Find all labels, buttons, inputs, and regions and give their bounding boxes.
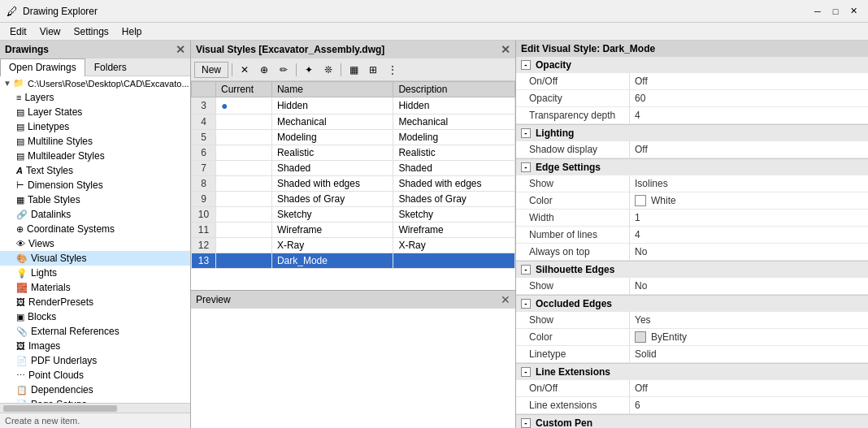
tree-item-multiline-styles[interactable]: ▤ Multiline Styles [0,134,190,149]
tree-item-page-setups[interactable]: 📄 Page Setups [0,397,190,403]
tree-item-images[interactable]: 🖼 Images [0,339,190,353]
table-row[interactable]: 3●HiddenHidden [192,97,515,115]
tree-item-lights[interactable]: 💡 Lights [0,266,190,280]
tree-item-table-styles[interactable]: ▦ Table Styles [0,192,190,207]
table-row[interactable]: 4MechanicalMechanical [192,115,515,130]
table-row[interactable]: 6RealisticRealistic [192,145,515,161]
prop-value-2-3[interactable]: 4 [630,227,868,243]
delete-button[interactable]: ✕ [236,61,254,79]
prop-row-0-0[interactable]: On/OffOff [516,73,868,90]
section-toggle-4[interactable]: - [521,299,531,309]
tool1-button[interactable]: ✦ [300,61,318,79]
tree-item-visual-styles[interactable]: 🎨 Visual Styles [0,251,190,266]
prop-row-3-0[interactable]: ShowNo [516,278,868,295]
prop-row-0-2[interactable]: Transparency depth4 [516,107,868,124]
section-header-3[interactable]: -Silhouette Edges [516,262,868,278]
view3-button[interactable]: ⋮ [384,61,401,79]
tree-item-linetypes[interactable]: ▤ Linetypes [0,119,190,134]
prop-value-1-0[interactable]: Off [630,141,868,158]
prop-value-2-4[interactable]: No [630,244,868,260]
section-header-2[interactable]: -Edge Settings [516,159,868,175]
tree-item-renderpresets[interactable]: 🖼 RenderPresets [0,295,190,309]
edit-button[interactable]: ✏ [275,61,293,79]
section-header-0[interactable]: -Opacity [516,57,868,73]
table-row[interactable]: 10SketchySketchy [192,207,515,223]
prop-row-4-2[interactable]: LinetypeSolid [516,346,868,363]
prop-value-5-1[interactable]: 6 [630,397,868,413]
drawings-panel-close[interactable]: ✕ [176,44,185,55]
view2-button[interactable]: ⊞ [364,61,382,79]
menu-view[interactable]: View [33,24,67,39]
table-row[interactable]: 11WireframeWireframe [192,223,515,238]
table-row[interactable]: 8Shaded with edgesShaded with edges [192,176,515,192]
preview-close[interactable]: ✕ [501,294,510,305]
prop-row-2-4[interactable]: Always on topNo [516,244,868,261]
prop-value-5-0[interactable]: Off [630,380,868,396]
tree-root[interactable]: ▼ 📁 C:\Users\Rose\Desktop\CAD\Excavato..… [0,76,190,90]
prop-value-4-0[interactable]: Yes [630,312,868,328]
tree-item-dimension-styles[interactable]: ⊢ Dimension Styles [0,178,190,192]
table-row[interactable]: 9Shades of GrayShades of Gray [192,192,515,207]
tree-item-multileader-styles[interactable]: ▤ Multileader Styles [0,149,190,163]
section-header-1[interactable]: -Lighting [516,125,868,141]
add-button[interactable]: ⊕ [255,61,273,79]
section-toggle-5[interactable]: - [521,367,531,377]
view1-button[interactable]: ▦ [345,61,362,79]
visual-styles-close[interactable]: ✕ [501,44,510,55]
menu-help[interactable]: Help [115,24,149,39]
prop-row-2-0[interactable]: ShowIsolines [516,175,868,192]
tree-item-point-clouds[interactable]: ⋯ Point Clouds [0,368,190,383]
tree-item-datalinks[interactable]: 🔗 Datalinks [0,207,190,222]
prop-row-5-0[interactable]: On/OffOff [516,380,868,397]
tree-item-text-styles[interactable]: A Text Styles [0,163,190,178]
prop-row-1-0[interactable]: Shadow displayOff [516,141,868,158]
close-button[interactable]: ✕ [845,3,861,19]
tree-item-coordinate-systems[interactable]: ⊕ Coordinate Systems [0,222,190,236]
prop-value-2-2[interactable]: 1 [630,210,868,226]
prop-row-2-3[interactable]: Number of lines4 [516,227,868,244]
table-row[interactable]: 12X-RayX-Ray [192,238,515,253]
tree-item-blocks[interactable]: ▣ Blocks [0,309,190,324]
tree-item-materials[interactable]: 🧱 Materials [0,280,190,295]
prop-value-4-2[interactable]: Solid [630,346,868,362]
section-toggle-2[interactable]: - [521,162,531,172]
tree-item-external-references[interactable]: 📎 External References [0,324,190,339]
prop-row-2-1[interactable]: ColorWhite [516,192,868,210]
minimize-button[interactable]: ─ [809,3,826,19]
tab-folders[interactable]: Folders [85,58,136,76]
section-header-6[interactable]: -Custom Pen [516,415,868,428]
tree-item-layers[interactable]: ≡ Layers [0,90,190,105]
maximize-button[interactable]: □ [827,3,844,19]
prop-row-0-1[interactable]: Opacity60 [516,90,868,107]
menu-settings[interactable]: Settings [67,24,115,39]
prop-value-2-1[interactable]: White [630,192,868,209]
tool2-button[interactable]: ❊ [319,61,337,79]
table-row[interactable]: 7ShadedShaded [192,161,515,176]
prop-value-0-0[interactable]: Off [630,73,868,89]
section-toggle-1[interactable]: - [521,128,531,138]
prop-row-2-2[interactable]: Width1 [516,210,868,227]
section-header-5[interactable]: -Line Extensions [516,364,868,380]
section-toggle-6[interactable]: - [521,418,531,428]
new-button[interactable]: New [194,62,228,78]
section-header-4[interactable]: -Occluded Edges [516,296,868,312]
table-row[interactable]: 13Dark_Mode [192,253,515,269]
menu-edit[interactable]: Edit [3,24,33,39]
prop-value-0-2[interactable]: 4 [630,107,868,123]
section-toggle-0[interactable]: - [521,60,531,70]
prop-value-3-0[interactable]: No [630,278,868,294]
prop-value-0-1[interactable]: 60 [630,90,868,106]
prop-value-4-1[interactable]: ByEntity [630,329,868,345]
tree-item-dependencies[interactable]: 📋 Dependencies [0,383,190,397]
prop-row-4-1[interactable]: ColorByEntity [516,329,868,346]
tab-open-drawings[interactable]: Open Drawings [0,58,85,76]
left-scroll-h[interactable] [0,403,190,413]
tree-item-layer-states[interactable]: ▤ Layer States [0,105,190,119]
prop-row-5-1[interactable]: Line extensions6 [516,397,868,414]
section-toggle-3[interactable]: - [521,265,531,275]
tree-item-views[interactable]: 👁 Views [0,236,190,251]
prop-row-4-0[interactable]: ShowYes [516,312,868,329]
prop-value-2-0[interactable]: Isolines [630,175,868,192]
tree-item-pdf-underlays[interactable]: 📄 PDF Underlays [0,353,190,368]
table-row[interactable]: 5ModelingModeling [192,130,515,145]
